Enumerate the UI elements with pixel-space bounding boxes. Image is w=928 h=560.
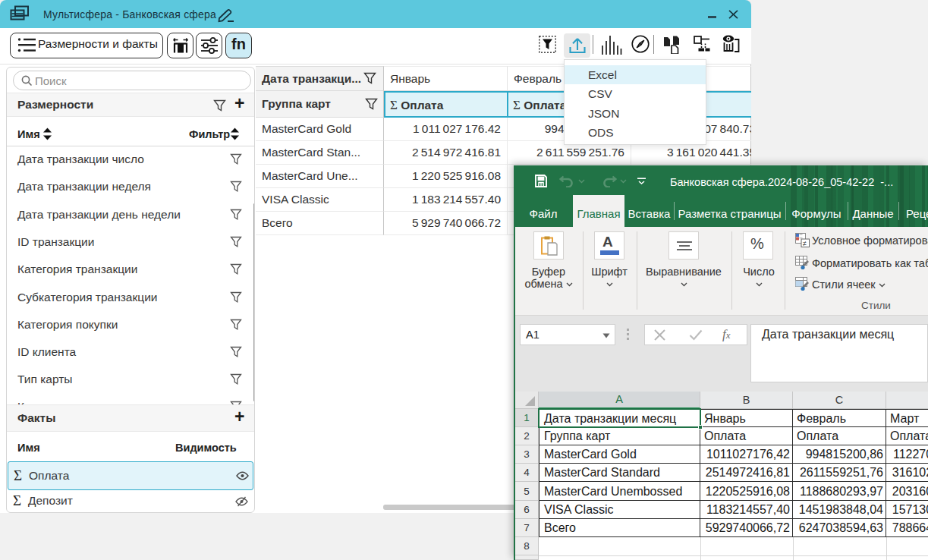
svg-text:≠: ≠: [803, 240, 807, 247]
